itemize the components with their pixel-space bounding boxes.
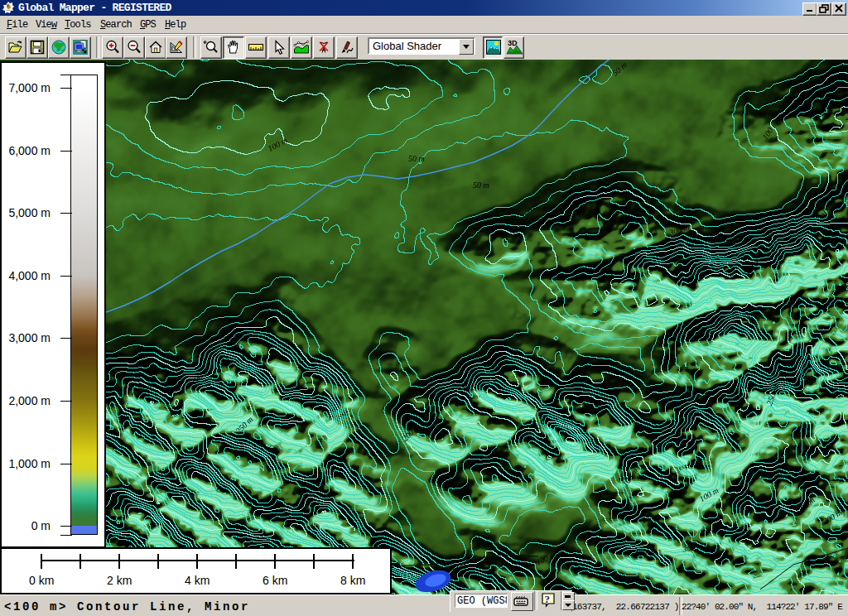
svg-text:?: ? [545,593,551,605]
